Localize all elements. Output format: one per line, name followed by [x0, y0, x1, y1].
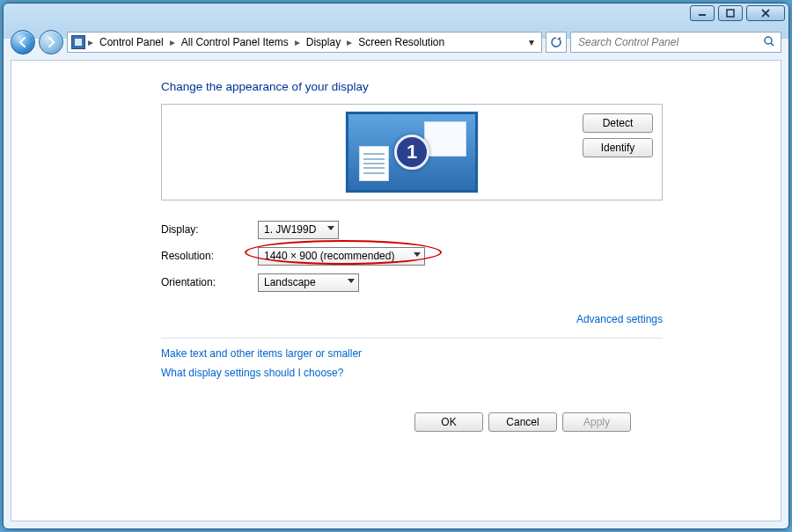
help-link[interactable]: What display settings should I choose? [161, 367, 663, 379]
address-dropdown-icon[interactable]: ▾ [525, 36, 538, 48]
display-preview[interactable]: 1 Detect Identify [161, 104, 663, 200]
advanced-settings-link[interactable]: Advanced settings [576, 313, 663, 325]
chevron-down-icon [414, 252, 421, 257]
breadcrumb-sep: ▸ [87, 36, 94, 48]
page-heading: Change the appearance of your display [161, 80, 663, 93]
ok-button[interactable]: OK [414, 412, 483, 432]
breadcrumb-1[interactable]: All Control Panel Items [178, 34, 292, 50]
orientation-select[interactable]: Landscape [258, 273, 359, 292]
svg-rect-0 [699, 14, 706, 16]
svg-line-5 [771, 43, 774, 46]
minimize-button[interactable] [690, 5, 715, 21]
content-pane: Change the appearance of your display 1 … [11, 60, 781, 521]
search-box[interactable] [570, 32, 781, 53]
chevron-down-icon [348, 279, 355, 283]
identify-button[interactable]: Identify [583, 138, 653, 157]
refresh-button[interactable] [546, 32, 567, 53]
forward-button[interactable] [39, 30, 63, 55]
maximize-button[interactable] [718, 5, 743, 21]
address-bar[interactable]: ▸ Control Panel ▸ All Control Panel Item… [67, 32, 542, 53]
window-titlebar [4, 4, 788, 28]
toolbar: ▸ Control Panel ▸ All Control Panel Item… [11, 28, 781, 56]
display-select[interactable]: 1. JW199D [258, 221, 339, 239]
detect-button[interactable]: Detect [583, 113, 653, 133]
cancel-button[interactable]: Cancel [488, 412, 557, 432]
breadcrumb-3[interactable]: Screen Resolution [355, 34, 448, 50]
search-icon [763, 35, 775, 50]
text-size-link[interactable]: Make text and other items larger or smal… [161, 347, 663, 360]
search-input[interactable] [576, 35, 775, 49]
breadcrumb-0[interactable]: Control Panel [96, 34, 167, 50]
orientation-label: Orientation: [161, 276, 258, 288]
dialog-buttons: OK Cancel Apply [414, 412, 631, 432]
svg-rect-1 [727, 10, 734, 17]
apply-button[interactable]: Apply [562, 412, 631, 432]
monitor-thumbnail[interactable]: 1 [346, 112, 478, 193]
monitor-number-badge: 1 [394, 135, 429, 170]
screen-resolution-window: ▸ Control Panel ▸ All Control Panel Item… [3, 3, 789, 529]
chevron-down-icon [327, 226, 334, 230]
resolution-label: Resolution: [161, 250, 258, 262]
close-button[interactable] [746, 5, 785, 21]
svg-point-4 [765, 37, 772, 44]
display-label: Display: [161, 223, 258, 236]
breadcrumb-2[interactable]: Display [303, 34, 344, 50]
back-button[interactable] [11, 30, 35, 55]
control-panel-icon [71, 35, 85, 49]
resolution-select[interactable]: 1440 × 900 (recommended) [258, 247, 425, 266]
